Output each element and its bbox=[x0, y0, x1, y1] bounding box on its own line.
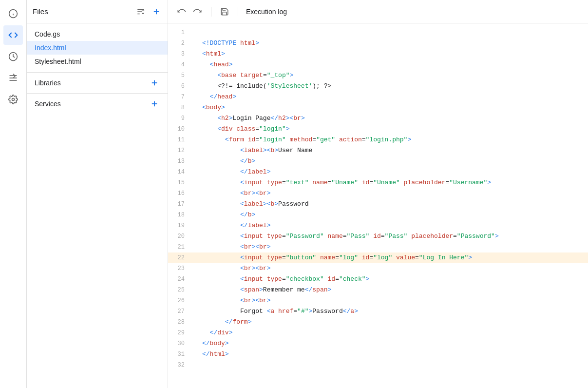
code-editor[interactable]: 1 2 <!DOCTYPE html> 3 <html> 4 <head> 5 … bbox=[168, 23, 588, 388]
code-line-20: 20 <input type="Password" name="Pass" id… bbox=[168, 231, 588, 242]
code-line-11: 11 <form id="login" method="get" action=… bbox=[168, 135, 588, 145]
code-line-1: 1 bbox=[168, 27, 588, 38]
file-list: Code.gs Index.html Stylesheet.html bbox=[27, 23, 168, 72]
main-area: Execution log 1 2 <!DOCTYPE html> 3 <htm… bbox=[168, 0, 588, 388]
toolbar-divider-2 bbox=[238, 7, 238, 17]
file-item-stylesheet-html[interactable]: Stylesheet.html bbox=[27, 55, 168, 68]
execution-log-label[interactable]: Execution log bbox=[246, 8, 287, 16]
code-line-30: 30 </body> bbox=[168, 338, 588, 349]
add-file-button[interactable] bbox=[151, 6, 162, 17]
code-line-2: 2 <!DOCTYPE html> bbox=[168, 38, 588, 49]
toolbar: Execution log bbox=[168, 0, 588, 23]
code-line-5: 5 <base target="_top"> bbox=[168, 70, 588, 81]
code-nav-icon[interactable] bbox=[3, 25, 23, 45]
code-line-24: 24 <input type="checkbox" id="check"> bbox=[168, 274, 588, 285]
code-line-26: 26 <br><br> bbox=[168, 295, 588, 306]
info-nav-icon[interactable] bbox=[3, 4, 23, 23]
save-button[interactable] bbox=[217, 4, 232, 19]
code-line-4: 4 <head> bbox=[168, 59, 588, 70]
settings-nav-icon[interactable] bbox=[3, 90, 23, 109]
sort-files-button[interactable] bbox=[134, 5, 147, 18]
undo-button[interactable] bbox=[174, 4, 189, 19]
toolbar-divider-1 bbox=[211, 7, 211, 17]
code-line-18: 18 </b> bbox=[168, 210, 588, 220]
triggers-nav-icon[interactable] bbox=[3, 68, 23, 88]
code-line-16: 16 <br><br> bbox=[168, 188, 588, 199]
file-panel: Files Code.gs I bbox=[27, 0, 168, 388]
add-library-button[interactable] bbox=[149, 78, 160, 88]
code-line-10: 10 <div class="login"> bbox=[168, 124, 588, 135]
code-line-7: 7 </head> bbox=[168, 92, 588, 102]
services-section[interactable]: Services bbox=[27, 93, 168, 114]
code-line-23: 23 <br><br> bbox=[168, 263, 588, 274]
code-line-3: 3 <html> bbox=[168, 49, 588, 59]
redo-button[interactable] bbox=[190, 4, 205, 19]
code-line-13: 13 </b> bbox=[168, 156, 588, 167]
file-item-index-html[interactable]: Index.html bbox=[27, 41, 168, 55]
code-line-21: 21 <br><br> bbox=[168, 242, 588, 252]
code-line-29: 29 </div> bbox=[168, 328, 588, 338]
code-line-28: 28 </form> bbox=[168, 317, 588, 328]
clock-nav-icon[interactable] bbox=[3, 47, 23, 66]
add-service-button[interactable] bbox=[149, 98, 160, 109]
libraries-section[interactable]: Libraries bbox=[27, 72, 168, 93]
code-line-22: 22 <input type="button" name="log" id="l… bbox=[168, 252, 588, 263]
code-line-14: 14 </label> bbox=[168, 167, 588, 177]
code-line-32: 32 bbox=[168, 360, 588, 370]
code-line-6: 6 <?!= include('Stylesheet'); ?> bbox=[168, 81, 588, 92]
file-panel-header-icons bbox=[134, 5, 162, 18]
code-line-19: 19 </label> bbox=[168, 220, 588, 231]
code-line-15: 15 <input type="text" name="Uname" id="U… bbox=[168, 177, 588, 188]
code-line-25: 25 <span>Remember me</span> bbox=[168, 285, 588, 295]
code-line-12: 12 <label><b>User Name bbox=[168, 145, 588, 156]
file-item-code-gs[interactable]: Code.gs bbox=[27, 27, 168, 41]
code-line-9: 9 <h2>Login Page</h2><br> bbox=[168, 113, 588, 124]
icon-bar bbox=[0, 0, 27, 388]
code-line-8: 8 <body> bbox=[168, 102, 588, 113]
code-line-27: 27 Forgot <a href="#">Password</a> bbox=[168, 306, 588, 317]
svg-point-7 bbox=[12, 98, 15, 101]
file-panel-header: Files bbox=[27, 0, 168, 23]
code-line-17: 17 <label><b>Password bbox=[168, 199, 588, 210]
code-line-31: 31 </html> bbox=[168, 349, 588, 360]
file-panel-title: Files bbox=[33, 7, 48, 16]
